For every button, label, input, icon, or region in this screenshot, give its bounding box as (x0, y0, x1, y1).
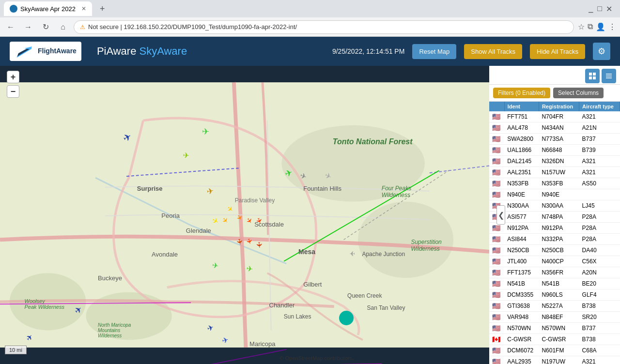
col-aircraft-type[interactable]: Aircraft type (579, 102, 620, 111)
table-row[interactable]: 🇺🇸 ASI577 N748PA P28A (489, 212, 620, 223)
table-row[interactable]: 🇺🇸 UAL1866 N66848 B739 (489, 145, 620, 156)
cell-flag: 🇺🇸 (489, 356, 504, 364)
cell-registration: N748PA (539, 212, 579, 223)
svg-rect-17 (593, 73, 596, 76)
menu-icon[interactable]: ⋮ (608, 22, 616, 31)
cell-registration: N353FB (539, 178, 579, 189)
zoom-in-button[interactable]: + (7, 71, 19, 83)
table-row[interactable]: 🇺🇸 AAL2351 N157UW A321 (489, 167, 620, 178)
col-registration[interactable]: Registration (539, 102, 579, 111)
cell-registration: N940E (539, 189, 579, 200)
cell-flag: 🇺🇸 (489, 301, 504, 312)
map-view-buttons (489, 66, 620, 85)
table-row[interactable]: 🇺🇸 N570WN N570WN B737 (489, 323, 620, 334)
zoom-out-button[interactable]: − (7, 85, 19, 98)
cell-registration: N434AN (539, 122, 579, 134)
table-row[interactable]: 🇺🇸 VAR948 N848EF SR20 (489, 312, 620, 323)
cell-flag: 🇺🇸 (489, 122, 504, 134)
table-row[interactable]: 🇨🇦 C-GWSR C-GWSR B738 (489, 334, 620, 345)
address-bar[interactable]: ⚠ Not secure | 192.168.150.220/DUMP1090_… (74, 20, 574, 34)
col-ident[interactable]: Ident (504, 102, 539, 111)
cell-flag: 🇺🇸 (489, 189, 504, 200)
table-row[interactable]: 🇺🇸 SWA2800 N773SA B737 (489, 134, 620, 145)
cell-ident: C-GWSR (504, 334, 539, 345)
maximize-icon[interactable]: □ (597, 4, 602, 14)
aircraft-table-body: 🇺🇸 FFT751 N704FR A321 🇺🇸 AAL478 N434AN A… (489, 111, 620, 364)
cell-registration: N5227A (539, 301, 579, 312)
cell-type: SR20 (579, 312, 620, 323)
grid-icon-button[interactable] (602, 69, 616, 83)
cell-registration: N960LS (539, 289, 579, 301)
table-row[interactable]: 🇺🇸 N541B N541B BE20 (489, 278, 620, 289)
cell-flag: 🇺🇸 (489, 234, 504, 245)
new-tab-button[interactable]: + (96, 4, 109, 14)
cell-flag: 🇨🇦 (489, 334, 504, 345)
cell-type: P28A (579, 234, 620, 245)
cell-ident: DCM3355 (504, 289, 539, 301)
table-header-row: Ident Registration Aircraft type (489, 102, 620, 111)
tab-close-button[interactable]: ✕ (81, 5, 86, 12)
cell-type: BE20 (579, 278, 620, 289)
select-columns-button[interactable]: Select Columns (553, 88, 604, 98)
bookmark-icon[interactable]: ☆ (578, 22, 585, 31)
svg-rect-19 (593, 76, 596, 79)
close-window-icon[interactable]: ✕ (606, 4, 612, 14)
minimize-icon[interactable]: ⎯ (589, 4, 593, 14)
svg-line-0 (17, 48, 31, 57)
map-scale: 10 mi (5, 346, 27, 354)
table-row[interactable]: 🇺🇸 N300AA N300AA LJ45 (489, 200, 620, 212)
cell-registration: C-GWSR (539, 334, 579, 345)
cell-type: DA40 (579, 245, 620, 256)
hide-all-tracks-button[interactable]: Hide All Tracks (530, 44, 585, 59)
cell-flag: 🇺🇸 (489, 289, 504, 301)
address-bar-actions: ☆ ⧉ 👤 ⋮ (578, 22, 616, 31)
table-row[interactable]: 🇺🇸 N912PA N912PA P28A (489, 223, 620, 234)
svg-line-11 (0, 349, 286, 364)
table-row[interactable]: 🇺🇸 DAL2145 N326DN A321 (489, 156, 620, 167)
reset-map-button[interactable]: Reset Map (412, 44, 456, 59)
forward-button[interactable]: → (21, 20, 35, 34)
tab-title: SkyAware Apr 2022 (20, 5, 76, 13)
table-row[interactable]: 🇺🇸 AAL478 N434AN A21N (489, 122, 620, 134)
cell-ident: ASI844 (504, 234, 539, 245)
table-row[interactable]: 🇺🇸 DCM3355 N960LS GLF4 (489, 289, 620, 301)
aircraft-table-scroll[interactable]: Ident Registration Aircraft type 🇺🇸 FFT7… (489, 102, 620, 364)
table-row[interactable]: 🇺🇸 ASI844 N332PA P28A (489, 234, 620, 245)
table-row[interactable]: 🇺🇸 N250CB N250CB DA40 (489, 245, 620, 256)
settings-button[interactable]: ⚙ (593, 43, 610, 60)
brand-logo-area: FlightAware (10, 42, 81, 61)
split-view-icon[interactable]: ⧉ (588, 22, 593, 31)
table-row[interactable]: 🇺🇸 FFT1375 N356FR A20N (489, 267, 620, 278)
table-row[interactable]: 🇺🇸 N353FB N353FB AS50 (489, 178, 620, 189)
cell-flag: 🇺🇸 (489, 156, 504, 167)
table-row[interactable]: 🇺🇸 GTI3638 N5227A B738 (489, 301, 620, 312)
map-container[interactable]: Surprise Peoria Glendale Avondale Buckey… (0, 66, 489, 364)
cell-type: GLF4 (579, 289, 620, 301)
cell-type: A321 (579, 111, 620, 122)
cell-ident: DAL2145 (504, 156, 539, 167)
reload-button[interactable]: ↻ (39, 20, 52, 34)
cell-registration: N157UW (539, 167, 579, 178)
table-row[interactable]: 🇺🇸 AAL2935 N197UW A321 (489, 356, 620, 364)
cell-registration: N197UW (539, 356, 579, 364)
table-row[interactable]: 🇺🇸 DCM6072 N601FM C68A (489, 345, 620, 356)
filters-button[interactable]: Filters (0 Enabled) (493, 88, 550, 98)
home-button[interactable]: ⌂ (56, 20, 70, 34)
table-row[interactable]: 🇺🇸 N940E N940E (489, 189, 620, 200)
sidebar-collapse-button[interactable]: ❮ (496, 205, 505, 225)
cell-flag: 🇺🇸 (489, 267, 504, 278)
show-all-tracks-button[interactable]: Show All Tracks (464, 44, 522, 59)
cell-registration: N66848 (539, 145, 579, 156)
account-icon[interactable]: 👤 (596, 22, 605, 31)
cell-type: A20N (579, 267, 620, 278)
security-icon: ⚠ (80, 24, 85, 30)
map-icon-button[interactable] (585, 69, 600, 83)
cell-registration: N704FR (539, 111, 579, 122)
table-row[interactable]: 🇺🇸 JTL400 N400CP C56X (489, 256, 620, 267)
active-tab[interactable]: SkyAware Apr 2022 ✕ (4, 1, 92, 16)
cell-registration: N356FR (539, 267, 579, 278)
cell-registration: N326DN (539, 156, 579, 167)
back-button[interactable]: ← (4, 20, 17, 34)
table-row[interactable]: 🇺🇸 FFT751 N704FR A321 (489, 111, 620, 122)
cell-flag: 🇺🇸 (489, 178, 504, 189)
